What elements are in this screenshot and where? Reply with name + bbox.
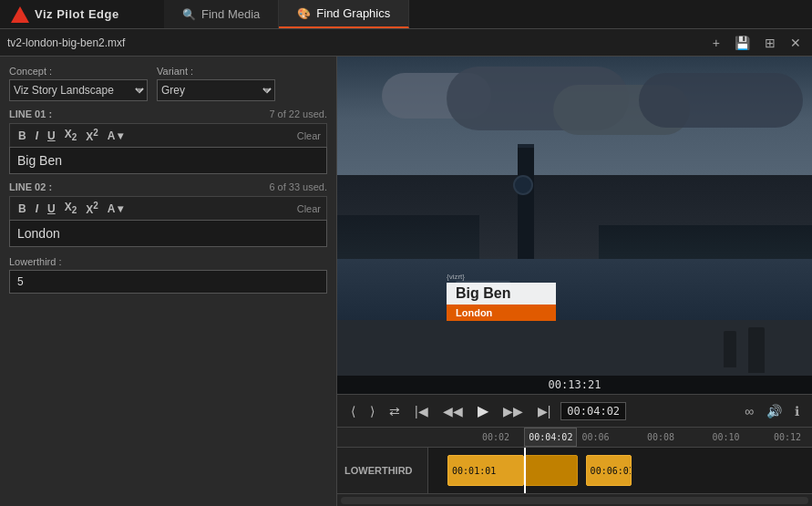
line1-count: 7 of 22 used. bbox=[269, 108, 327, 119]
next-btn[interactable]: ⟩ bbox=[365, 402, 379, 420]
graphic-subtitle-text: London bbox=[456, 307, 492, 318]
big-ben-tower bbox=[518, 144, 534, 275]
line2-header: LINE 02 : 6 of 33 used. bbox=[9, 181, 327, 192]
track-label: LOWERTHIRD bbox=[337, 448, 428, 493]
line2-italic-btn[interactable]: I bbox=[33, 201, 41, 216]
export-button[interactable]: ⊞ bbox=[761, 34, 779, 52]
title-bar: tv2-london-big-ben2.mxf + 💾 ⊞ ✕ bbox=[0, 29, 812, 57]
line1-header: LINE 01 : 7 of 22 used. bbox=[9, 108, 327, 119]
timeline-ruler: 00:02 00:04:02 00:06 00:08 00:10 00:12 bbox=[337, 428, 812, 448]
variant-select[interactable]: Grey bbox=[157, 79, 275, 101]
line1-underline-btn[interactable]: U bbox=[45, 129, 58, 143]
tab-find-graphics-label: Find Graphics bbox=[316, 6, 390, 20]
find-media-icon: 🔍 bbox=[182, 8, 196, 21]
clip-3-label: 00:06:01 bbox=[591, 466, 632, 476]
timecode-display: 00:13:21 bbox=[549, 378, 601, 391]
line1-formatting-bar: B I U X2 X2 A ▾ Clear bbox=[9, 123, 327, 147]
ruler-mark-3: 00:08 bbox=[647, 428, 674, 447]
tab-find-media-label: Find Media bbox=[201, 7, 260, 21]
line2-formatting-bar: B I U X2 X2 A ▾ Clear bbox=[9, 196, 327, 220]
line2-sup-btn[interactable]: X2 bbox=[83, 200, 101, 217]
tab-find-graphics[interactable]: 🎨 Find Graphics bbox=[279, 0, 409, 28]
line2-sub-btn[interactable]: X2 bbox=[62, 200, 80, 216]
find-graphics-icon: 🎨 bbox=[297, 7, 311, 20]
line2-label: LINE 02 : bbox=[9, 181, 52, 192]
top-bar: Viz Pilot Edge 🔍 Find Media 🎨 Find Graph… bbox=[0, 0, 812, 29]
line1-italic-btn[interactable]: I bbox=[33, 129, 41, 143]
ruler-mark-2: 00:06 bbox=[581, 428, 609, 447]
concept-group: Concept : Viz Story Landscape bbox=[9, 66, 148, 101]
jump-end-btn[interactable]: ▶| bbox=[533, 402, 556, 420]
timeline-area: 00:02 00:04:02 00:06 00:08 00:10 00:12 L… bbox=[337, 428, 812, 506]
line2-input[interactable] bbox=[9, 220, 327, 247]
tab-group: 🔍 Find Media 🎨 Find Graphics bbox=[164, 0, 409, 28]
timecode-bar: 00:13:21 bbox=[337, 376, 812, 394]
video-area: {vizrt} Big Ben London 00:13:21 bbox=[337, 57, 812, 394]
lowerthird-group: Lowerthird : bbox=[9, 256, 327, 294]
line1-sup-btn[interactable]: X2 bbox=[83, 127, 101, 144]
step-back-btn[interactable]: ◀◀ bbox=[438, 402, 468, 420]
concept-label: Concept : bbox=[9, 66, 148, 77]
loop-btn[interactable]: ∞ bbox=[741, 402, 757, 420]
lowerthird-input[interactable] bbox=[9, 270, 327, 294]
current-time-display: 00:04:02 bbox=[560, 402, 626, 420]
close-button[interactable]: ✕ bbox=[786, 34, 805, 52]
person-silhouette bbox=[748, 327, 765, 373]
line2-color-btn[interactable]: A ▾ bbox=[105, 201, 127, 216]
ruler-mark-4: 00:10 bbox=[713, 428, 740, 447]
graphic-title-box: Big Ben bbox=[447, 283, 556, 305]
line1-label: LINE 01 : bbox=[9, 108, 52, 119]
lowerthird-label: Lowerthird : bbox=[9, 256, 327, 267]
app-title: Viz Pilot Edge bbox=[35, 7, 119, 21]
line2-bold-btn[interactable]: B bbox=[15, 201, 29, 216]
line1-color-btn[interactable]: A ▾ bbox=[105, 129, 127, 143]
concept-select-wrapper: Viz Story Landscape bbox=[9, 79, 148, 101]
transport-bar: ⟨ ⟩ ⇄ |◀ ◀◀ ▶ ▶▶ ▶| 00:04:02 ∞ 🔊 ℹ bbox=[337, 394, 812, 428]
line2-clear-btn[interactable]: Clear bbox=[297, 203, 321, 214]
ruler-mark-5: 00:12 bbox=[774, 428, 801, 447]
right-panel: {vizrt} Big Ben London 00:13:21 ⟨ ⟩ bbox=[337, 57, 812, 506]
tab-find-media[interactable]: 🔍 Find Media bbox=[164, 0, 279, 28]
jump-start-btn[interactable]: |◀ bbox=[410, 402, 433, 420]
clock-face bbox=[513, 175, 533, 195]
add-button[interactable]: + bbox=[709, 34, 724, 52]
ruler-mark-0: 00:02 bbox=[482, 428, 509, 447]
variant-select-wrapper: Grey bbox=[157, 79, 275, 101]
timeline-bottom bbox=[337, 493, 812, 506]
line1-bold-btn[interactable]: B bbox=[15, 129, 29, 143]
volume-btn[interactable]: 🔊 bbox=[763, 402, 786, 420]
concept-variant-row: Concept : Viz Story Landscape Variant : … bbox=[9, 66, 327, 101]
line1-input[interactable] bbox=[9, 147, 327, 174]
title-bar-left: tv2-london-big-ben2.mxf bbox=[7, 36, 125, 49]
goto-start-btn[interactable]: ⟨ bbox=[346, 402, 360, 420]
track-content[interactable]: 00:01:01 00:06:01 bbox=[428, 448, 812, 493]
track-clip-2[interactable] bbox=[524, 455, 578, 486]
line1-section: LINE 01 : 7 of 22 used. B I U X2 X2 A ▾ … bbox=[9, 108, 327, 174]
clip-1-label: 00:01:01 bbox=[452, 466, 496, 476]
timeline-track-area: LOWERTHIRD 00:01:01 00:06:01 bbox=[337, 448, 812, 493]
left-panel: Concept : Viz Story Landscape Variant : … bbox=[0, 57, 337, 506]
graphic-subtitle-box: London bbox=[447, 305, 556, 321]
ripple-btn[interactable]: ⇄ bbox=[385, 402, 405, 420]
line1-clear-btn[interactable]: Clear bbox=[297, 130, 321, 141]
title-bar-right: + 💾 ⊞ ✕ bbox=[709, 34, 805, 52]
graphic-overlay: {vizrt} Big Ben London bbox=[447, 273, 556, 321]
step-fwd-btn[interactable]: ▶▶ bbox=[499, 402, 528, 420]
save-button[interactable]: 💾 bbox=[731, 34, 754, 52]
video-placeholder: {vizrt} Big Ben London 00:13:21 bbox=[337, 57, 812, 394]
ruler-marks: 00:02 00:04:02 00:06 00:08 00:10 00:12 bbox=[428, 428, 812, 447]
variant-label: Variant : bbox=[157, 66, 275, 77]
play-btn[interactable]: ▶ bbox=[473, 400, 493, 421]
timeline-scrollbar[interactable] bbox=[341, 497, 808, 504]
line1-sub-btn[interactable]: X2 bbox=[62, 127, 80, 143]
playhead bbox=[524, 448, 526, 493]
info-btn[interactable]: ℹ bbox=[791, 402, 803, 420]
concept-select[interactable]: Viz Story Landscape bbox=[9, 79, 148, 101]
line2-underline-btn[interactable]: U bbox=[45, 201, 58, 216]
graphic-brand: {vizrt} bbox=[447, 273, 556, 281]
person-silhouette-2 bbox=[724, 331, 736, 367]
track-clip-1[interactable]: 00:01:01 bbox=[447, 455, 524, 486]
line2-section: LINE 02 : 6 of 33 used. B I U X2 X2 A ▾ … bbox=[9, 181, 327, 247]
track-clip-3[interactable]: 00:06:01 bbox=[586, 455, 632, 486]
main-content: Concept : Viz Story Landscape Variant : … bbox=[0, 57, 812, 506]
